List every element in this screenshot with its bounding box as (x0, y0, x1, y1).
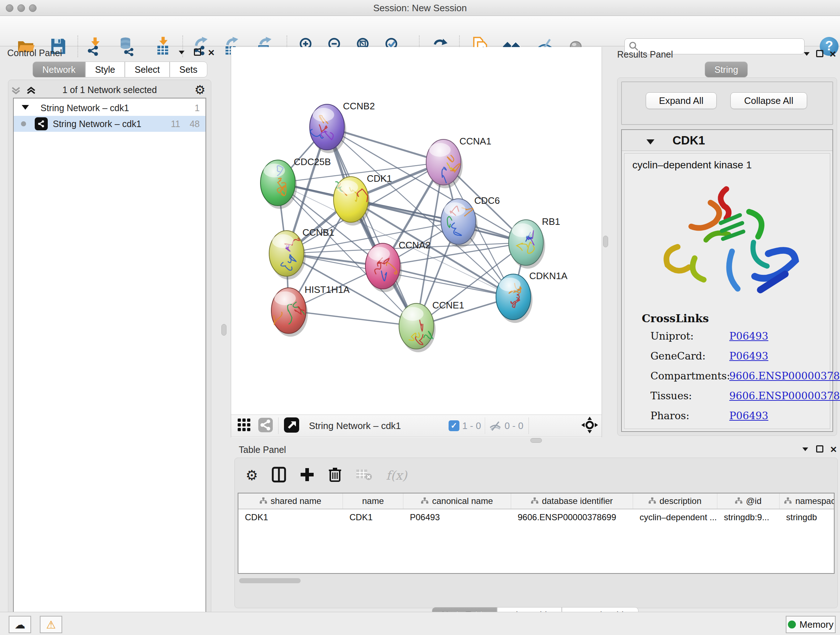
tab-select[interactable]: Select (125, 62, 169, 78)
network-node-hist1h1a[interactable]: HIST1H1A (271, 284, 350, 337)
memory-button[interactable]: Memory (786, 616, 836, 633)
table-options-gear-icon[interactable]: ⚙ (246, 467, 258, 483)
node-label: CCNA1 (459, 136, 491, 147)
window-title: Session: New Session (0, 0, 840, 16)
collapse-all-button[interactable]: Collapse All (730, 92, 807, 109)
scrollbar-thumb[interactable] (239, 578, 301, 583)
hidden-eye-icon (489, 420, 502, 431)
gene-detail-body: cyclin–dependent kinase 1 (624, 153, 830, 429)
gene-header-row[interactable]: CDK1 (622, 130, 832, 151)
crosslink-link[interactable]: 9606.ENSP00000378699 (729, 370, 830, 382)
table-horizontal-scrollbar[interactable] (238, 578, 835, 584)
crosslink-link[interactable]: P06493 (729, 350, 830, 362)
tab-string[interactable]: String (705, 62, 748, 78)
table-cell[interactable]: CDK1 (238, 509, 343, 525)
crosslink-link[interactable]: P06493 (729, 410, 830, 422)
column-header-@id[interactable]: @id (717, 494, 780, 509)
table-cell[interactable]: stringdb (780, 509, 835, 525)
crosslinks-title: CrossLinks (642, 312, 830, 325)
close-panel-icon[interactable]: ✕ (208, 49, 215, 57)
results-buttons-box: Expand All Collapse All (621, 81, 833, 125)
shared-column-icon (421, 496, 428, 506)
network-node-rb1[interactable]: RB1 (508, 216, 561, 269)
column-header-description[interactable]: description (633, 494, 717, 509)
float-panel-icon[interactable] (816, 50, 823, 57)
right-splitter-handle[interactable] (603, 236, 608, 247)
column-header-database-identifier[interactable]: database identifier (511, 494, 633, 509)
collection-label: String Network – cdk1 (41, 103, 129, 113)
function-builder-icon: f(x) (386, 468, 407, 483)
create-column-icon[interactable] (300, 467, 314, 483)
table-cell[interactable]: 9606.ENSP00000378699 (511, 509, 633, 525)
network-node-ccne1[interactable]: CCNE1 (399, 300, 464, 352)
table-cell[interactable]: stringdb:9... (717, 509, 780, 525)
memory-status-icon (788, 621, 796, 629)
selected-checkbox-icon[interactable]: ✓ (448, 420, 459, 431)
network-node-cdc6[interactable]: CDC6 (441, 195, 500, 248)
table-row[interactable]: CDK1CDK1P064939606.ENSP00000378699cyclin… (238, 509, 834, 525)
results-panel-title: Results Panel (617, 49, 673, 60)
open-in-window-icon[interactable] (284, 417, 300, 434)
network-node-cdk1[interactable]: CDK1 (333, 173, 392, 226)
crosslink-link[interactable]: 9606.ENSP00000378699 (729, 390, 830, 402)
close-panel-icon[interactable]: ✕ (830, 445, 837, 454)
network-share-icon[interactable] (258, 417, 273, 434)
network-node-cdkn1a[interactable]: CDKN1A (496, 271, 568, 323)
table-cell[interactable]: CDK1 (343, 509, 403, 525)
toolbar-separator (278, 417, 279, 434)
float-panel-icon[interactable] (816, 445, 823, 453)
table-cell[interactable]: cyclin–dependent ... (633, 509, 717, 525)
float-panel-icon[interactable] (194, 49, 201, 56)
table-toolbar: ⚙ f(x) (246, 464, 407, 486)
grid-view-icon[interactable] (237, 418, 251, 434)
table-panel: Table Panel ✕ ⚙ f(x) shared namenamecano… (231, 442, 840, 610)
node-count: 11 (171, 119, 180, 129)
node-label: CCNA2 (399, 240, 431, 250)
gene-details-box: CDK1 cyclin–dependent kinase 1 (621, 129, 833, 432)
column-header-namespace[interactable]: namespace (780, 494, 835, 509)
show-columns-icon[interactable] (272, 467, 286, 484)
collection-expand-icon[interactable] (22, 105, 29, 110)
tab-style[interactable]: Style (85, 62, 125, 78)
gene-collapse-icon[interactable] (645, 138, 656, 147)
network-node-ccna1[interactable]: CCNA1 (426, 136, 491, 188)
node-label: CCNB1 (302, 227, 334, 238)
network-edge[interactable] (327, 127, 416, 326)
left-splitter-handle[interactable] (221, 324, 226, 336)
network-label: String Network – cdk1 (53, 119, 141, 129)
network-tree: String Network – cdk1 1 String Network –… (13, 98, 206, 635)
close-panel-icon[interactable]: ✕ (829, 50, 836, 59)
delete-table-icon (355, 468, 372, 483)
hidden-counts: 0 - 0 (489, 420, 523, 432)
birdseye-view-icon[interactable] (581, 417, 598, 435)
tab-sets[interactable]: Sets (170, 62, 207, 78)
network-node-ccnb1[interactable]: CCNB1 (269, 227, 334, 279)
delete-column-icon[interactable] (328, 467, 342, 484)
cloud-status-button[interactable]: ☁ (9, 616, 31, 633)
shared-column-icon (260, 496, 267, 506)
collection-count: 1 (195, 103, 200, 113)
node-table-body: ⚙ f(x) shared namenamecanonical namedata… (234, 458, 838, 608)
network-options-gear-icon[interactable]: ⚙ (195, 82, 205, 97)
network-row-selected[interactable]: String Network – cdk1 11 48 (14, 116, 205, 132)
table-header-row: shared namenamecanonical namedatabase id… (238, 494, 834, 509)
column-header-canonical-name[interactable]: canonical name (403, 494, 511, 509)
table-cell[interactable]: P06493 (403, 509, 511, 525)
network-collection-row[interactable]: String Network – cdk1 1 (14, 101, 205, 115)
column-header-name[interactable]: name (343, 494, 403, 509)
panel-menu-icon[interactable] (802, 50, 811, 59)
node-table[interactable]: shared namenamecanonical namedatabase id… (238, 493, 835, 574)
protein-structure-image (643, 179, 813, 309)
crosslink-link[interactable]: P06493 (729, 330, 830, 342)
panel-menu-icon[interactable] (177, 49, 186, 57)
network-view-title: String Network – cdk1 (309, 420, 401, 432)
expand-all-button[interactable]: Expand All (646, 92, 717, 109)
string-network-icon (35, 117, 48, 130)
panel-menu-icon[interactable] (801, 445, 810, 454)
column-header-shared-name[interactable]: shared name (238, 494, 343, 509)
node-label: CDC6 (474, 195, 500, 206)
network-node-ccnb2[interactable]: CCNB2 (309, 101, 375, 153)
network-canvas[interactable]: CCNB2CCNA1CDC25BCDK1CDC6RB1CCNB1CCNA2CDK… (231, 47, 602, 415)
tab-network[interactable]: Network (33, 62, 85, 78)
warnings-button[interactable]: ⚠ (40, 616, 62, 633)
